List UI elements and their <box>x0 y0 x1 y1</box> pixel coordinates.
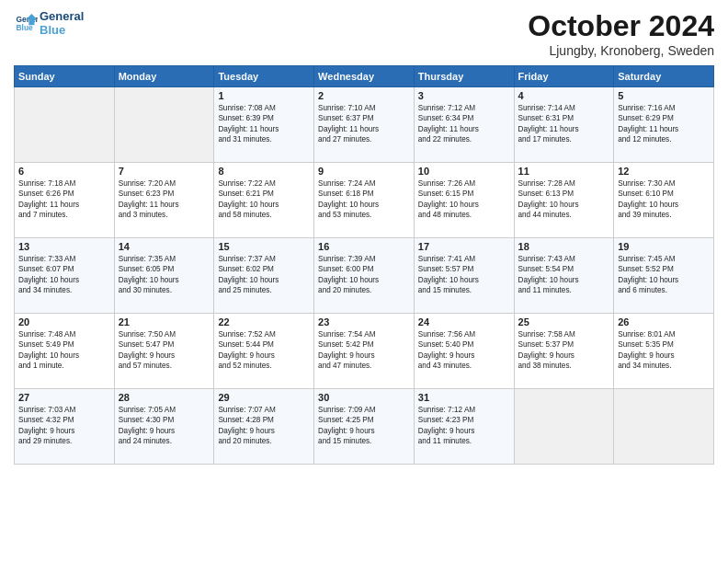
day-info: Sunrise: 7:12 AM Sunset: 6:34 PM Dayligh… <box>418 103 510 145</box>
day-cell: 19Sunrise: 7:45 AM Sunset: 5:52 PM Dayli… <box>614 238 714 314</box>
day-number: 7 <box>119 166 210 177</box>
month-title: October 2024 <box>528 9 714 43</box>
day-info: Sunrise: 7:28 AM Sunset: 6:13 PM Dayligh… <box>518 178 610 221</box>
day-number: 10 <box>418 166 510 177</box>
day-info: Sunrise: 7:41 AM Sunset: 5:57 PM Dayligh… <box>418 254 510 296</box>
day-number: 1 <box>218 90 310 101</box>
day-number: 15 <box>218 241 310 252</box>
logo-line1: General <box>40 9 84 23</box>
week-row-1: 6Sunrise: 7:18 AM Sunset: 6:26 PM Daylig… <box>15 163 714 238</box>
day-cell: 30Sunrise: 7:09 AM Sunset: 4:25 PM Dayli… <box>314 389 415 465</box>
day-number: 14 <box>119 241 210 252</box>
day-number: 28 <box>119 392 210 403</box>
day-cell: 18Sunrise: 7:43 AM Sunset: 5:54 PM Dayli… <box>514 238 614 314</box>
header: General Blue General Blue October 2024 L… <box>14 9 714 58</box>
day-cell: 22Sunrise: 7:52 AM Sunset: 5:44 PM Dayli… <box>214 314 314 389</box>
col-header-tuesday: Tuesday <box>214 66 314 87</box>
col-header-saturday: Saturday <box>614 66 714 87</box>
day-info: Sunrise: 7:22 AM Sunset: 6:21 PM Dayligh… <box>218 178 310 221</box>
day-cell <box>614 389 714 465</box>
logo: General Blue General Blue <box>14 9 84 37</box>
day-info: Sunrise: 7:33 AM Sunset: 6:07 PM Dayligh… <box>18 254 110 296</box>
page: General Blue General Blue October 2024 L… <box>0 0 728 474</box>
day-info: Sunrise: 7:35 AM Sunset: 6:05 PM Dayligh… <box>119 254 210 296</box>
day-cell: 8Sunrise: 7:22 AM Sunset: 6:21 PM Daylig… <box>214 163 314 238</box>
day-cell: 14Sunrise: 7:35 AM Sunset: 6:05 PM Dayli… <box>114 238 214 314</box>
calendar-table: SundayMondayTuesdayWednesdayThursdayFrid… <box>14 65 714 465</box>
day-info: Sunrise: 7:20 AM Sunset: 6:23 PM Dayligh… <box>119 178 210 221</box>
logo-line2: Blue <box>40 23 65 37</box>
title-block: October 2024 Ljungby, Kronoberg, Sweden <box>528 9 714 58</box>
day-cell: 28Sunrise: 7:05 AM Sunset: 4:30 PM Dayli… <box>114 389 214 465</box>
week-row-3: 20Sunrise: 7:48 AM Sunset: 5:49 PM Dayli… <box>15 314 714 389</box>
day-cell: 11Sunrise: 7:28 AM Sunset: 6:13 PM Dayli… <box>514 163 614 238</box>
day-number: 3 <box>418 90 510 101</box>
day-number: 19 <box>618 241 710 252</box>
day-number: 18 <box>518 241 610 252</box>
day-info: Sunrise: 7:45 AM Sunset: 5:52 PM Dayligh… <box>618 254 710 296</box>
day-cell: 15Sunrise: 7:37 AM Sunset: 6:02 PM Dayli… <box>214 238 314 314</box>
day-number: 31 <box>418 392 510 403</box>
day-number: 30 <box>318 392 410 403</box>
day-info: Sunrise: 7:07 AM Sunset: 4:28 PM Dayligh… <box>218 405 310 447</box>
day-cell: 10Sunrise: 7:26 AM Sunset: 6:15 PM Dayli… <box>414 163 514 238</box>
day-number: 25 <box>518 316 610 327</box>
day-cell: 12Sunrise: 7:30 AM Sunset: 6:10 PM Dayli… <box>614 163 714 238</box>
day-info: Sunrise: 7:54 AM Sunset: 5:42 PM Dayligh… <box>318 329 410 372</box>
day-info: Sunrise: 7:26 AM Sunset: 6:15 PM Dayligh… <box>418 178 510 221</box>
day-number: 26 <box>618 316 710 327</box>
day-cell <box>114 87 214 163</box>
day-cell: 1Sunrise: 7:08 AM Sunset: 6:39 PM Daylig… <box>214 87 314 163</box>
day-cell: 21Sunrise: 7:50 AM Sunset: 5:47 PM Dayli… <box>114 314 214 389</box>
day-number: 13 <box>18 241 110 252</box>
day-number: 6 <box>18 166 110 177</box>
day-info: Sunrise: 7:52 AM Sunset: 5:44 PM Dayligh… <box>218 329 310 372</box>
logo-icon: General Blue <box>16 14 38 32</box>
day-cell: 23Sunrise: 7:54 AM Sunset: 5:42 PM Dayli… <box>314 314 415 389</box>
day-cell: 7Sunrise: 7:20 AM Sunset: 6:23 PM Daylig… <box>114 163 214 238</box>
day-number: 17 <box>418 241 510 252</box>
day-cell <box>15 87 115 163</box>
day-cell: 31Sunrise: 7:12 AM Sunset: 4:23 PM Dayli… <box>414 389 514 465</box>
day-cell: 24Sunrise: 7:56 AM Sunset: 5:40 PM Dayli… <box>414 314 514 389</box>
col-header-sunday: Sunday <box>15 66 115 87</box>
week-row-0: 1Sunrise: 7:08 AM Sunset: 6:39 PM Daylig… <box>15 87 714 163</box>
day-number: 21 <box>119 316 210 327</box>
week-row-2: 13Sunrise: 7:33 AM Sunset: 6:07 PM Dayli… <box>15 238 714 314</box>
day-number: 12 <box>618 166 710 177</box>
day-info: Sunrise: 7:58 AM Sunset: 5:37 PM Dayligh… <box>518 329 610 372</box>
day-cell: 29Sunrise: 7:07 AM Sunset: 4:28 PM Dayli… <box>214 389 314 465</box>
day-info: Sunrise: 7:09 AM Sunset: 4:25 PM Dayligh… <box>318 405 410 447</box>
day-info: Sunrise: 7:37 AM Sunset: 6:02 PM Dayligh… <box>218 254 310 296</box>
day-number: 24 <box>418 316 510 327</box>
day-number: 9 <box>318 166 410 177</box>
col-header-friday: Friday <box>514 66 614 87</box>
col-header-monday: Monday <box>114 66 214 87</box>
day-info: Sunrise: 7:39 AM Sunset: 6:00 PM Dayligh… <box>318 254 410 296</box>
day-info: Sunrise: 7:18 AM Sunset: 6:26 PM Dayligh… <box>18 178 110 221</box>
day-info: Sunrise: 7:03 AM Sunset: 4:32 PM Dayligh… <box>18 405 110 447</box>
col-header-wednesday: Wednesday <box>314 66 415 87</box>
day-info: Sunrise: 7:56 AM Sunset: 5:40 PM Dayligh… <box>418 329 510 372</box>
day-cell: 25Sunrise: 7:58 AM Sunset: 5:37 PM Dayli… <box>514 314 614 389</box>
day-info: Sunrise: 7:16 AM Sunset: 6:29 PM Dayligh… <box>618 103 710 145</box>
day-info: Sunrise: 8:01 AM Sunset: 5:35 PM Dayligh… <box>618 329 710 372</box>
day-number: 8 <box>218 166 310 177</box>
day-cell: 4Sunrise: 7:14 AM Sunset: 6:31 PM Daylig… <box>514 87 614 163</box>
day-number: 20 <box>18 316 110 327</box>
day-number: 22 <box>218 316 310 327</box>
day-cell: 17Sunrise: 7:41 AM Sunset: 5:57 PM Dayli… <box>414 238 514 314</box>
day-info: Sunrise: 7:50 AM Sunset: 5:47 PM Dayligh… <box>119 329 210 372</box>
day-info: Sunrise: 7:24 AM Sunset: 6:18 PM Dayligh… <box>318 178 410 221</box>
day-info: Sunrise: 7:14 AM Sunset: 6:31 PM Dayligh… <box>518 103 610 145</box>
day-cell: 13Sunrise: 7:33 AM Sunset: 6:07 PM Dayli… <box>15 238 115 314</box>
col-header-thursday: Thursday <box>414 66 514 87</box>
header-row: SundayMondayTuesdayWednesdayThursdayFrid… <box>15 66 714 87</box>
location: Ljungby, Kronoberg, Sweden <box>528 43 714 58</box>
day-info: Sunrise: 7:08 AM Sunset: 6:39 PM Dayligh… <box>218 103 310 145</box>
day-cell: 16Sunrise: 7:39 AM Sunset: 6:00 PM Dayli… <box>314 238 415 314</box>
day-number: 16 <box>318 241 410 252</box>
day-info: Sunrise: 7:12 AM Sunset: 4:23 PM Dayligh… <box>418 405 510 447</box>
week-row-4: 27Sunrise: 7:03 AM Sunset: 4:32 PM Dayli… <box>15 389 714 465</box>
day-info: Sunrise: 7:05 AM Sunset: 4:30 PM Dayligh… <box>119 405 210 447</box>
